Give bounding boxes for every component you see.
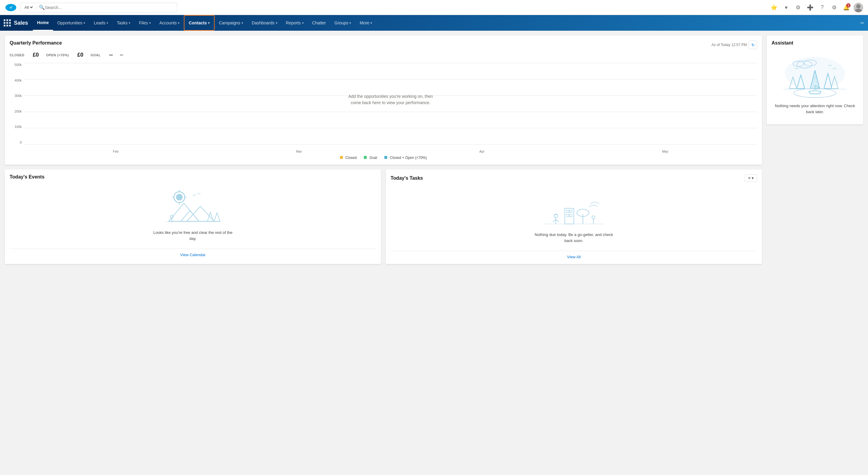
gridline-500k <box>24 63 757 63</box>
closed-label: CLOSED <box>10 53 24 57</box>
chart-empty-message: Add the opportunities you're working on,… <box>345 93 436 106</box>
tasks-title: Today's Tasks <box>391 175 423 181</box>
gridline-100k <box>24 128 757 128</box>
tasks-empty-text: Nothing due today. Be a go-getter, and c… <box>532 232 616 243</box>
tasks-card-header: Today's Tasks ≡ ▾ <box>391 174 757 182</box>
legend-goal: Goal <box>364 156 377 160</box>
salesforce-logo[interactable]: sf <box>5 1 17 13</box>
quarterly-performance-card: Quarterly Performance As of Today 12:57 … <box>5 36 762 165</box>
search-icon: 🔍 <box>39 4 45 10</box>
tasks-sort-button[interactable]: ≡ ▾ <box>745 174 757 182</box>
events-empty-text: Looks like you're free and clear the res… <box>151 230 235 241</box>
todays-events-card: Today's Events <box>5 169 381 264</box>
gridline-0 <box>24 144 757 144</box>
qp-metrics: CLOSED £0 OPEN (>70%) £0 GOAL -- ✏ <box>10 52 757 58</box>
nav-files[interactable]: Files ▾ <box>135 15 155 31</box>
search-input[interactable] <box>45 5 175 10</box>
todays-tasks-card: Today's Tasks ≡ ▾ <box>386 169 762 264</box>
y-label-100k: 100k <box>10 125 22 129</box>
svg-marker-13 <box>214 213 220 221</box>
y-label-0: 0 <box>10 141 22 144</box>
nav-dashboards[interactable]: Dashboards ▾ <box>247 15 282 31</box>
nav-more[interactable]: More ▾ <box>355 15 376 31</box>
tasks-illustration: Nothing due today. Be a go-getter, and c… <box>391 185 757 248</box>
nav-opportunities[interactable]: Opportunities ▾ <box>53 15 90 31</box>
reports-chevron: ▾ <box>302 21 304 25</box>
svg-rect-19 <box>565 208 574 224</box>
qp-header: Quarterly Performance As of Today 12:57 … <box>10 40 757 49</box>
nav-contacts[interactable]: Contacts ▾ <box>184 15 215 31</box>
gridline-200k <box>24 112 757 112</box>
goal-label: GOAL <box>90 53 101 57</box>
svg-rect-23 <box>569 214 572 217</box>
legend-closed: Closed <box>340 156 357 160</box>
y-label-500k: 500k <box>10 63 22 67</box>
nav-chatter[interactable]: Chatter <box>308 15 330 31</box>
qp-timestamp: As of Today 12:57 PM ↻ <box>712 41 757 49</box>
nav-edit-icon[interactable]: ✏ <box>861 20 864 26</box>
nav-accounts[interactable]: Accounts ▾ <box>155 15 184 31</box>
goal-value: -- <box>109 52 113 58</box>
notifications-button[interactable]: 🔔 2 <box>841 3 851 12</box>
nav-campaigns[interactable]: Campaigns ▾ <box>215 15 247 31</box>
nav-reports[interactable]: Reports ▾ <box>282 15 308 31</box>
assistant-svg-illustration <box>780 56 849 101</box>
favorites-button[interactable]: ⭐ <box>769 3 779 12</box>
open-label: OPEN (>70%) <box>46 53 69 57</box>
svg-point-2 <box>856 4 861 8</box>
chart-x-labels: Feb Mar Apr May <box>24 149 757 153</box>
legend-closed-open-dot <box>384 156 387 159</box>
app-name: Sales <box>14 20 28 26</box>
chart-plot: Add the opportunities you're working on,… <box>24 63 757 144</box>
view-calendar-link[interactable]: View Calendar <box>10 249 376 257</box>
tasks-sort-chevron: ▾ <box>752 176 754 180</box>
nav-groups[interactable]: Groups ▾ <box>330 15 355 31</box>
nav-tasks[interactable]: Tasks ▾ <box>113 15 135 31</box>
legend-closed-open: Closed + Open (>70%) <box>384 156 427 160</box>
qp-refresh-button[interactable]: ↻ <box>749 41 757 49</box>
events-card-header: Today's Events <box>10 174 376 180</box>
favorites-dropdown-button[interactable]: ▾ <box>781 3 791 12</box>
svg-line-28 <box>553 219 556 222</box>
topbar: sf All 🔍 ⭐ ▾ ⚙ ➕ ? ⚙ 🔔 2 <box>0 0 868 15</box>
tasks-svg-illustration <box>541 190 607 229</box>
groups-chevron: ▾ <box>349 21 351 25</box>
chart-area: 500k 400k 300k 200k 100k 0 Add the oppor… <box>10 63 757 153</box>
accounts-chevron: ▾ <box>178 21 180 25</box>
help-button[interactable]: ? <box>817 3 827 12</box>
main-right: Assistant <box>767 36 863 470</box>
app-grid-button[interactable] <box>4 19 11 27</box>
x-label-apr: Apr <box>479 149 485 153</box>
setup-button[interactable]: ⚙ <box>793 3 803 12</box>
chart-legend: Closed Goal Closed + Open (>70%) <box>10 156 757 160</box>
add-button[interactable]: ➕ <box>805 3 815 12</box>
legend-goal-dot <box>364 156 367 159</box>
nav-home[interactable]: Home <box>33 15 53 31</box>
legend-closed-label: Closed <box>345 156 356 160</box>
svg-text:sf: sf <box>10 6 12 9</box>
svg-rect-22 <box>567 214 569 217</box>
svg-point-5 <box>176 194 183 201</box>
nav-leads[interactable]: Leads ▾ <box>90 15 113 31</box>
dashboards-chevron: ▾ <box>276 21 278 25</box>
legend-closed-dot <box>340 156 343 159</box>
tasks-chevron: ▾ <box>129 21 130 25</box>
search-divider <box>36 5 36 10</box>
svg-marker-14 <box>181 211 199 221</box>
assistant-empty-text: Nothing needs your attention right now. … <box>772 103 858 115</box>
view-all-link[interactable]: View All <box>391 251 757 259</box>
closed-value: £0 <box>33 52 39 58</box>
x-label-mar: Mar <box>296 149 302 153</box>
goal-edit-icon[interactable]: ✏ <box>120 53 124 58</box>
tasks-sort-icon: ≡ <box>748 176 750 180</box>
files-chevron: ▾ <box>149 21 151 25</box>
search-scope-select[interactable]: All <box>23 5 34 10</box>
events-title: Today's Events <box>10 174 44 180</box>
svg-rect-20 <box>567 210 569 212</box>
contacts-chevron: ▾ <box>208 21 210 25</box>
x-label-may: May <box>662 149 669 153</box>
avatar[interactable] <box>854 3 863 12</box>
assistant-title: Assistant <box>772 40 858 46</box>
y-label-300k: 300k <box>10 94 22 98</box>
gear-button[interactable]: ⚙ <box>830 3 839 12</box>
